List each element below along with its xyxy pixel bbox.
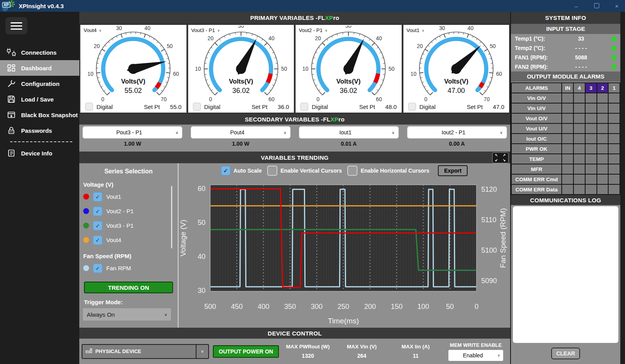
auto-scale-checkbox[interactable]: ✓ (221, 166, 230, 175)
digital-checkbox[interactable] (85, 103, 93, 111)
menu-toggle-button[interactable] (5, 17, 27, 34)
alarm-indicator-cell (562, 103, 573, 113)
series-checkbox[interactable]: ✓ (93, 264, 102, 273)
trending-on-button[interactable]: TRENDING ON (84, 282, 173, 293)
svg-text:30: 30 (198, 287, 205, 294)
series-checkbox[interactable]: ✓ (93, 221, 102, 230)
series-scrollbar[interactable] (171, 186, 172, 248)
chevron-down-icon: ∨ (175, 130, 178, 135)
sidebar-item-connections[interactable]: Connections (0, 45, 79, 60)
trigger-mode-select[interactable]: Always On ∨ (82, 308, 171, 321)
secondary-variables-row: Pout3 - P1∨ 1.00 W Pout4∨ 1.00 W Iout1∨ … (79, 125, 510, 152)
svg-text:0: 0 (101, 96, 104, 102)
secondary-variable-value-3: 0.01 A (341, 141, 357, 147)
series-checkbox[interactable]: ✓ (93, 192, 102, 202)
secondary-variable-select-1[interactable]: Pout3 - P1∨ (83, 127, 182, 138)
set-pt-value[interactable]: 48.0 (385, 103, 396, 110)
horizontal-cursors-checkbox[interactable]: ✓ (347, 166, 357, 176)
mem-write-enable-select[interactable]: Enabled ∨ (448, 350, 503, 361)
secondary-variable-select-2[interactable]: Pout4∨ (191, 127, 290, 138)
svg-text:10: 10 (88, 71, 94, 77)
series-selection-title: Series Selection (79, 168, 178, 175)
svg-text:55.02: 55.02 (125, 87, 142, 95)
svg-text:5110: 5110 (481, 216, 496, 224)
gauge-variable-select[interactable]: Vout2 - P1∨ (299, 27, 327, 33)
alarm-column-4: 4 (573, 83, 585, 93)
sidebar-item-black-box-snapshot[interactable]: Black Box Snapshot (0, 107, 79, 123)
svg-text:60: 60 (198, 185, 205, 193)
chevron-down-icon: ∨ (164, 312, 167, 317)
wrench-icon (5, 79, 17, 88)
sidebar-item-configuration[interactable]: Configuration (0, 76, 79, 91)
input-stage-row: Temp2 (°C):- - - - (511, 43, 620, 53)
svg-text:0: 0 (424, 96, 427, 102)
series-color-dot (83, 237, 89, 243)
export-button[interactable]: Export (438, 165, 468, 176)
svg-text:10: 10 (411, 71, 417, 77)
device-selector[interactable]: PHYSICAL DEVICE ∨ (82, 344, 209, 359)
padlock-icon (5, 126, 17, 135)
floppy-icon (5, 95, 17, 103)
alarm-indicator-cell (585, 134, 597, 144)
chevron-down-icon: ∨ (217, 29, 220, 32)
input-stage-header: INPUT STAGE (511, 24, 620, 34)
sidebar-item-load-save[interactable]: Load / Save (0, 91, 79, 107)
svg-text:0: 0 (209, 96, 212, 102)
series-checkbox[interactable]: ✓ (93, 207, 102, 216)
digital-checkbox[interactable] (408, 103, 416, 111)
expand-chart-button[interactable]: ↖↗↙↘ (492, 152, 509, 163)
svg-text:40: 40 (145, 26, 151, 31)
set-pt-value[interactable]: 55.0 (170, 103, 181, 110)
digital-label: Digital (204, 103, 221, 110)
digital-label: Digital (96, 103, 113, 110)
close-button[interactable]: × (612, 3, 622, 9)
series-checkbox[interactable]: ✓ (93, 236, 102, 245)
svg-text:500: 500 (204, 303, 216, 310)
alarm-column-3: 3 (585, 83, 597, 93)
app-title: XPInsight v0.4.3 (19, 3, 64, 9)
series-color-dot (83, 208, 89, 214)
alarm-indicator-cell (573, 123, 585, 134)
svg-text:50: 50 (198, 219, 205, 227)
gauge-variable-select[interactable]: Vout3 - P1∨ (191, 27, 220, 33)
minimize-button[interactable]: – (571, 3, 581, 9)
alarm-column-in: IN (562, 83, 573, 93)
sidebar-item-passwords[interactable]: Passwords (0, 123, 79, 138)
alarm-indicator-cell (573, 174, 585, 184)
sidebar-item-label: Configuration (21, 80, 59, 87)
set-pt-value[interactable]: 36.0 (278, 103, 289, 110)
gauge-variable-select[interactable]: Vout4∨ (84, 27, 102, 33)
gauge-variable-select[interactable]: Vout1∨ (407, 27, 425, 33)
maximize-button[interactable] (591, 3, 602, 9)
digital-checkbox[interactable] (193, 103, 201, 111)
sidebar-item-dashboard[interactable]: Dashboard (0, 60, 79, 76)
svg-text:50: 50 (389, 66, 395, 72)
svg-text:100: 100 (418, 303, 429, 310)
system-info-header: SYSTEM INFO (511, 12, 620, 24)
alarm-indicator-cell (573, 134, 585, 144)
chevron-down-icon: ∨ (422, 29, 425, 32)
digital-checkbox[interactable] (300, 103, 308, 111)
clear-log-button[interactable]: CLEAR (551, 348, 580, 359)
vertical-cursors-checkbox[interactable]: ✓ (267, 166, 277, 176)
communications-log-header: COMMUNICATIONS LOG (511, 195, 620, 205)
alarm-indicator-cell (597, 93, 609, 103)
chevron-down-icon: ∨ (99, 29, 102, 32)
sidebar-item-label: Connections (21, 49, 57, 56)
svg-text:50: 50 (281, 66, 287, 72)
chevron-down-icon: ∨ (325, 29, 328, 32)
sidebar-item-device-info[interactable]: Device Info (0, 145, 79, 161)
communications-log[interactable] (513, 206, 618, 343)
alarm-indicator-cell (585, 164, 597, 174)
set-pt-label: Set Pt (467, 103, 483, 110)
alarms-header-cell: ALARMS (511, 83, 562, 93)
svg-text:350: 350 (284, 303, 296, 310)
secondary-variable-select-3[interactable]: Iout1∨ (299, 127, 398, 138)
alarm-indicator-cell (608, 134, 620, 144)
set-pt-value[interactable]: 47.0 (493, 103, 504, 110)
chevron-down-icon: ∨ (392, 130, 395, 135)
output-power-button[interactable]: OUTPUT POWER ON (213, 345, 279, 358)
secondary-variable-select-4[interactable]: Iout2 - P1∨ (407, 127, 507, 138)
set-pt-label: Set Pt (359, 103, 375, 110)
svg-text:20: 20 (417, 43, 423, 49)
